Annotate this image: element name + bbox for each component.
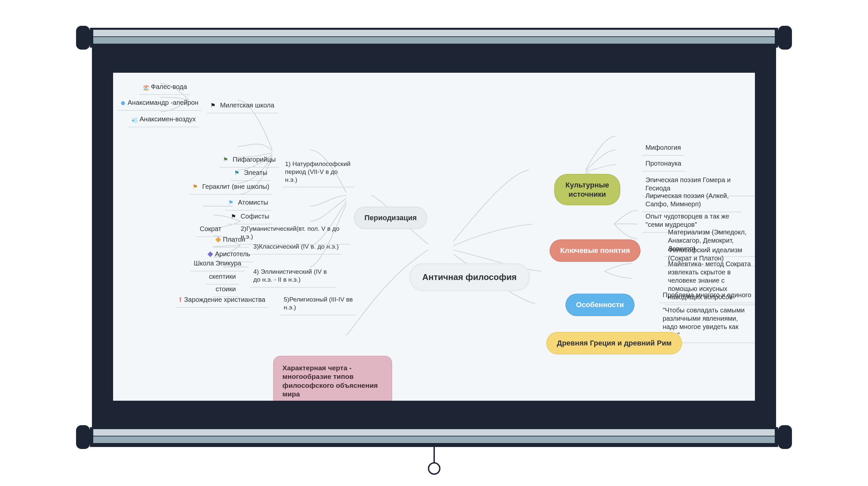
- leaf-epicurus[interactable]: Школа Эпикура: [190, 257, 245, 271]
- water-icon: 🏖️: [143, 85, 148, 91]
- exclaim-icon: !: [179, 296, 182, 304]
- period-3[interactable]: 3)Классический (IV в. до н.э.): [250, 241, 342, 255]
- concepts-label: Ключевые понятия: [560, 246, 630, 255]
- frame-bar-bottom: [90, 427, 778, 447]
- frame-cap: [778, 26, 792, 50]
- period-1[interactable]: 1) Натурфилософский период (VII-V в до н…: [282, 158, 354, 188]
- branch-label: Периодизация: [364, 214, 416, 222]
- branch-sources[interactable]: Культурные источники: [554, 174, 620, 205]
- pull-cord[interactable]: [428, 446, 440, 475]
- leaf-eleats[interactable]: Элеаты: [231, 167, 271, 181]
- purple-diamond-icon: [208, 252, 213, 257]
- origin-label: Древняя Греция и древний Рим: [557, 339, 672, 347]
- leaf-source-2[interactable]: Протонаука: [642, 157, 685, 171]
- stage: Античная философия Периодизация 1) Натур…: [92, 47, 776, 427]
- leaf-christianity[interactable]: !Зарождение христианства: [176, 294, 269, 308]
- leaf-source-1[interactable]: Мифология: [642, 141, 684, 156]
- frame-cap: [778, 425, 792, 449]
- leaf-miletskaya[interactable]: Милетская школа: [207, 99, 278, 114]
- branch-origin[interactable]: Древняя Греция и древний Рим: [546, 332, 682, 354]
- leaf-source-4[interactable]: Лирическая поэзия (Алкей, Сапфо, Мимнерп…: [642, 190, 741, 212]
- leaf-atomists[interactable]: Атомисты: [225, 196, 272, 210]
- projector-screen: Античная философия Периодизация 1) Натур…: [76, 26, 792, 449]
- branch-periodization[interactable]: Периодизация: [354, 207, 427, 229]
- mindmap-canvas[interactable]: Античная философия Периодизация 1) Натур…: [113, 73, 755, 401]
- frame-cap: [76, 425, 90, 449]
- leaf-plato[interactable]: Платон: [212, 233, 249, 248]
- pull-ring: [428, 462, 440, 475]
- yellow-diamond-icon: [216, 237, 221, 243]
- sources-label: Культурные источники: [565, 181, 609, 198]
- leaf-feature-1[interactable]: Проблема многого и единого: [659, 289, 754, 303]
- pull-string: [434, 446, 435, 463]
- leaf-sceptics[interactable]: скептики: [206, 270, 239, 285]
- root-label: Античная философия: [422, 272, 517, 282]
- frame-cap: [76, 26, 90, 50]
- leaf-anaximander[interactable]: Анаксимандр -апейрон: [118, 97, 202, 111]
- leaf-sophists[interactable]: Софисты: [227, 210, 273, 225]
- mindmap-root[interactable]: Античная философия: [409, 263, 530, 291]
- features-label: Особенности: [576, 300, 624, 309]
- branch-concepts[interactable]: Ключевые понятия: [550, 239, 641, 262]
- air-icon: 💨: [132, 118, 137, 123]
- leaf-heraclitus[interactable]: Гераклит (вне школы): [189, 181, 273, 195]
- leaf-pythag[interactable]: Пифагорийцы: [220, 153, 279, 168]
- leaf-anaximen[interactable]: 💨Анаксимен-воздух: [128, 113, 199, 127]
- period-5[interactable]: 5)Религиозный (III-IV вв н.э.): [280, 294, 356, 315]
- branch-feature[interactable]: Характерная черта - многообразие типов ф…: [273, 356, 392, 401]
- branch-features[interactable]: Особенности: [565, 294, 634, 316]
- period-4[interactable]: 4) Эллинистический (IV в до н.э. - II в …: [250, 266, 336, 288]
- blue-dot-icon: [121, 101, 125, 105]
- leaf-thales[interactable]: 🏖️Фалес-вода: [140, 81, 190, 95]
- feature-label: Характерная черта - многообразие типов ф…: [282, 364, 378, 398]
- frame-bar-top: [90, 28, 778, 47]
